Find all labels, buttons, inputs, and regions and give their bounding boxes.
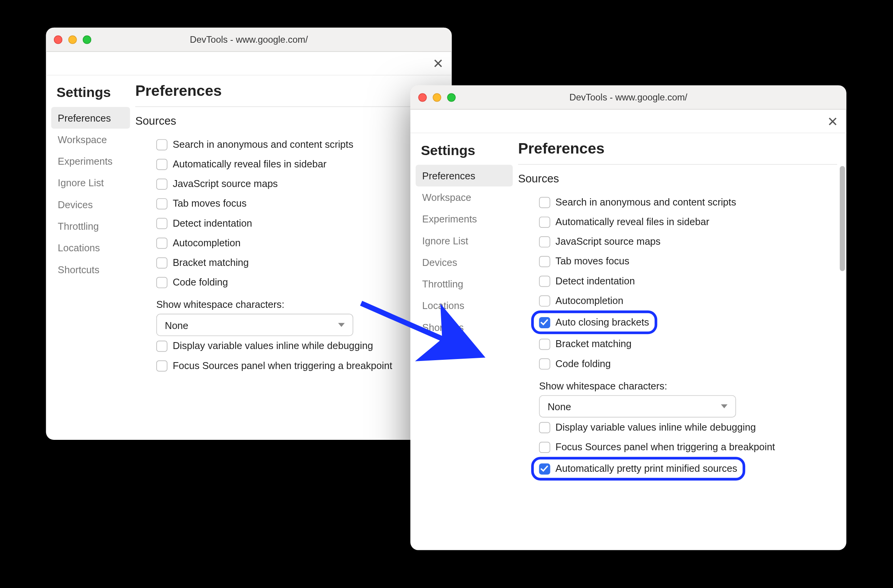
sidebar-item-shortcuts[interactable]: Shortcuts (51, 259, 130, 280)
option-autocompletion: Autocompletion (518, 291, 837, 311)
checkbox[interactable] (156, 179, 167, 190)
sidebar-item-ignore-list[interactable]: Ignore List (51, 172, 130, 194)
settings-sidebar: Settings PreferencesWorkspaceExperiments… (46, 75, 130, 440)
scrollbar-thumb[interactable] (840, 166, 845, 271)
whitespace-select[interactable]: None (156, 314, 353, 336)
minimize-icon[interactable] (68, 35, 77, 43)
zoom-icon[interactable] (83, 35, 91, 43)
whitespace-value: None (548, 401, 571, 412)
section-heading: Sources (135, 115, 442, 128)
option-label: Automatically pretty print minified sour… (555, 463, 737, 474)
option-bracket-matching: Bracket matching (135, 253, 442, 272)
titlebar[interactable]: DevTools - www.google.com/ (46, 28, 452, 52)
checkbox[interactable] (539, 197, 550, 208)
sidebar-item-workspace[interactable]: Workspace (51, 129, 130, 150)
sidebar-item-devices[interactable]: Devices (51, 194, 130, 215)
option-label: Code folding (173, 276, 228, 287)
checkbox[interactable] (539, 358, 550, 369)
option-label: Search in anonymous and content scripts (173, 139, 353, 150)
checkbox[interactable] (156, 198, 167, 209)
option-automatically-reveal-files-in-sidebar: Automatically reveal files in sidebar (135, 154, 442, 174)
settings-heading: Settings (416, 140, 513, 165)
settings-heading: Settings (51, 82, 130, 107)
option-label: Autocompletion (555, 295, 623, 306)
checkbox[interactable] (539, 442, 550, 453)
minimize-icon[interactable] (433, 93, 441, 101)
scrollbar[interactable] (840, 140, 845, 543)
checkbox[interactable] (156, 139, 167, 150)
window-title: DevTools - www.google.com/ (46, 34, 452, 45)
panel-toolbar: ✕ (410, 110, 846, 133)
option-label: Display variable values inline while deb… (173, 340, 373, 351)
sidebar-item-experiments[interactable]: Experiments (51, 150, 130, 172)
sidebar-item-workspace[interactable]: Workspace (416, 186, 513, 208)
traffic-lights (418, 93, 456, 101)
close-panel-icon[interactable]: ✕ (433, 57, 444, 70)
sidebar-item-locations[interactable]: Locations (416, 295, 513, 316)
checkbox[interactable] (539, 217, 550, 228)
checkbox[interactable] (156, 159, 167, 170)
option-label: Search in anonymous and content scripts (555, 196, 736, 207)
sidebar-item-preferences[interactable]: Preferences (416, 165, 513, 186)
checkbox[interactable] (539, 236, 550, 247)
chevron-down-icon (721, 404, 727, 408)
checkbox[interactable] (539, 317, 550, 328)
devtools-window-after: DevTools - www.google.com/ ✕ Settings Pr… (410, 85, 846, 550)
checkbox[interactable] (539, 256, 550, 267)
close-icon[interactable] (418, 93, 427, 101)
sidebar-item-locations[interactable]: Locations (51, 237, 130, 259)
sidebar-item-preferences[interactable]: Preferences (51, 107, 130, 129)
option-label: Focus Sources panel when triggering a br… (173, 360, 392, 371)
whitespace-label: Show whitespace characters: (135, 292, 442, 314)
option-focus-sources-panel-when-triggering-a-breakpoint: Focus Sources panel when triggering a br… (518, 437, 837, 457)
sidebar-item-shortcuts[interactable]: Shortcuts (416, 316, 513, 338)
checkbox[interactable] (156, 341, 167, 352)
checkbox[interactable] (539, 422, 550, 433)
chevron-down-icon (338, 323, 344, 327)
option-label: Tab moves focus (555, 256, 629, 267)
option-code-folding: Code folding (518, 354, 837, 373)
option-code-folding: Code folding (135, 272, 442, 292)
option-label: Autocompletion (173, 237, 241, 248)
devtools-window-before: DevTools - www.google.com/ ✕ Settings Pr… (46, 28, 452, 440)
checkbox[interactable] (539, 296, 550, 307)
option-label: Automatically reveal files in sidebar (173, 158, 327, 169)
preferences-pane: Preferences Sources Search in anonymous … (130, 75, 452, 440)
option-detect-indentation: Detect indentation (135, 213, 442, 233)
option-label: Auto closing brackets (555, 316, 649, 327)
option-label: Focus Sources panel when triggering a br… (555, 441, 775, 452)
checkbox[interactable] (156, 277, 167, 288)
option-tab-moves-focus: Tab moves focus (135, 194, 442, 213)
checkbox[interactable] (156, 257, 167, 269)
zoom-icon[interactable] (447, 93, 456, 101)
sidebar-item-throttling[interactable]: Throttling (416, 273, 513, 295)
close-icon[interactable] (54, 35, 62, 43)
option-label: Detect indentation (555, 275, 635, 286)
checkbox[interactable] (156, 360, 167, 371)
checkbox[interactable] (539, 463, 550, 474)
sidebar-item-devices[interactable]: Devices (416, 251, 513, 273)
checkbox[interactable] (539, 339, 550, 350)
option-focus-sources-panel-when-triggering-a-breakpoint: Focus Sources panel when triggering a br… (135, 356, 442, 376)
option-label: Automatically reveal files in sidebar (555, 216, 709, 227)
option-automatically-reveal-files-in-sidebar: Automatically reveal files in sidebar (518, 212, 837, 232)
sidebar-item-experiments[interactable]: Experiments (416, 208, 513, 230)
titlebar[interactable]: DevTools - www.google.com/ (410, 85, 846, 110)
sidebar-item-ignore-list[interactable]: Ignore List (416, 230, 513, 251)
sidebar-item-throttling[interactable]: Throttling (51, 215, 130, 237)
checkbox[interactable] (539, 276, 550, 287)
checkbox[interactable] (156, 237, 167, 249)
option-label: Bracket matching (173, 257, 249, 268)
option-label: Tab moves focus (173, 197, 247, 209)
whitespace-select[interactable]: None (539, 395, 736, 418)
close-panel-icon[interactable]: ✕ (827, 115, 838, 128)
option-label: Bracket matching (555, 338, 632, 349)
option-javascript-source-maps: JavaScript source maps (518, 232, 837, 251)
option-search-in-anonymous-and-content-scripts: Search in anonymous and content scripts (135, 135, 442, 154)
option-detect-indentation: Detect indentation (518, 271, 837, 291)
window-title: DevTools - www.google.com/ (410, 92, 846, 102)
option-automatically-pretty-print-minified-sources: Automatically pretty print minified sour… (531, 457, 745, 480)
checkbox[interactable] (156, 218, 167, 229)
preferences-pane: Preferences Sources Search in anonymous … (513, 133, 846, 550)
option-display-variable-values-inline-while-debugging: Display variable values inline while deb… (135, 336, 442, 356)
